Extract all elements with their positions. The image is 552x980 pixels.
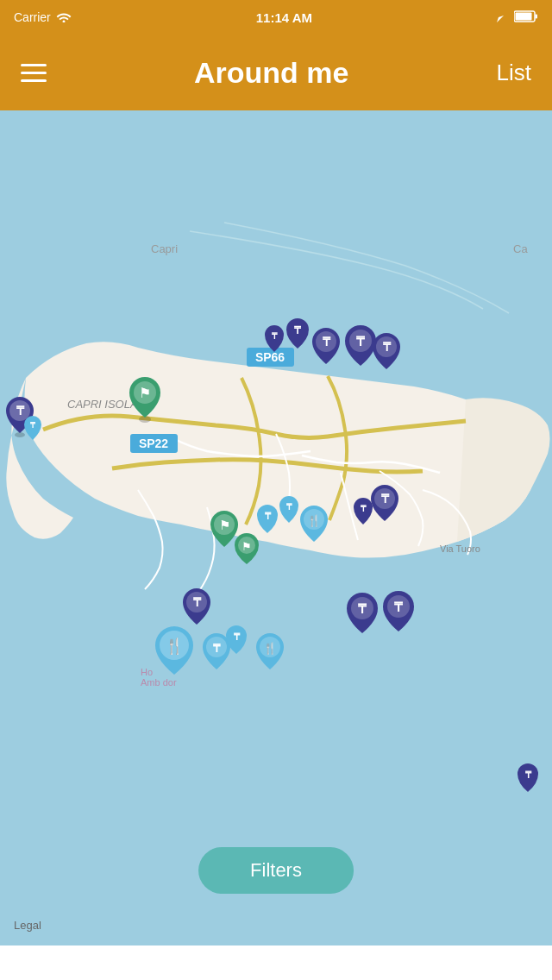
- svg-text:₸: ₸: [381, 492, 390, 506]
- battery-icon: [514, 10, 538, 25]
- map-svg: CAPRI ISOLA Capri Ca Via Tuoro Ho Amb do…: [0, 110, 552, 945]
- svg-text:Amb  dor: Amb dor: [141, 677, 177, 688]
- legal-text[interactable]: Legal: [14, 919, 41, 932]
- status-time: 11:14 AM: [256, 10, 312, 25]
- svg-text:Ca: Ca: [513, 242, 528, 255]
- svg-text:⚑: ⚑: [242, 540, 252, 553]
- svg-text:₸: ₸: [234, 631, 241, 642]
- hamburger-line-1: [21, 64, 47, 66]
- svg-text:₸: ₸: [193, 595, 202, 609]
- svg-text:₸: ₸: [356, 334, 366, 349]
- svg-text:₸: ₸: [323, 335, 331, 349]
- carrier-label: Carrier: [14, 10, 51, 24]
- svg-marker-0: [497, 10, 509, 22]
- svg-text:₸: ₸: [358, 601, 367, 616]
- svg-text:₸: ₸: [383, 340, 392, 354]
- svg-text:🍴: 🍴: [307, 513, 322, 528]
- status-left: Carrier: [14, 10, 72, 25]
- svg-text:Via Tuoro: Via Tuoro: [440, 543, 480, 554]
- svg-rect-2: [516, 12, 532, 20]
- page-title: Around me: [194, 56, 348, 90]
- svg-text:₸: ₸: [525, 770, 532, 780]
- wifi-icon: [56, 10, 72, 25]
- svg-text:₸: ₸: [265, 511, 272, 521]
- hamburger-line-3: [21, 79, 47, 82]
- svg-text:₸: ₸: [286, 502, 292, 512]
- svg-rect-3: [536, 14, 538, 18]
- nav-bar: Around me List: [0, 35, 552, 110]
- svg-text:⚑: ⚑: [139, 386, 151, 400]
- svg-text:₸: ₸: [361, 504, 367, 513]
- map-container[interactable]: CAPRI ISOLA Capri Ca Via Tuoro Ho Amb do…: [0, 110, 552, 945]
- svg-text:₸: ₸: [213, 642, 221, 655]
- svg-text:SP22: SP22: [139, 437, 168, 450]
- svg-text:₸: ₸: [272, 331, 278, 341]
- svg-text:🍴: 🍴: [165, 637, 185, 656]
- svg-text:🍴: 🍴: [263, 641, 278, 656]
- status-bar: Carrier 11:14 AM: [0, 0, 552, 35]
- svg-text:₸: ₸: [394, 600, 404, 614]
- svg-text:Ho: Ho: [141, 667, 153, 677]
- svg-text:⚑: ⚑: [219, 518, 230, 532]
- status-right: [497, 10, 538, 25]
- svg-text:₸: ₸: [16, 404, 25, 418]
- menu-button[interactable]: [21, 64, 47, 82]
- svg-text:CAPRI ISOLA: CAPRI ISOLA: [67, 398, 138, 411]
- location-arrow-icon: [497, 10, 509, 25]
- svg-text:₸: ₸: [294, 324, 302, 336]
- svg-text:₸: ₸: [30, 421, 36, 430]
- list-button[interactable]: List: [497, 60, 531, 86]
- svg-text:SP66: SP66: [255, 350, 285, 364]
- filters-button[interactable]: Filters: [198, 847, 354, 894]
- svg-text:Capri: Capri: [151, 242, 178, 255]
- hamburger-line-2: [21, 72, 47, 74]
